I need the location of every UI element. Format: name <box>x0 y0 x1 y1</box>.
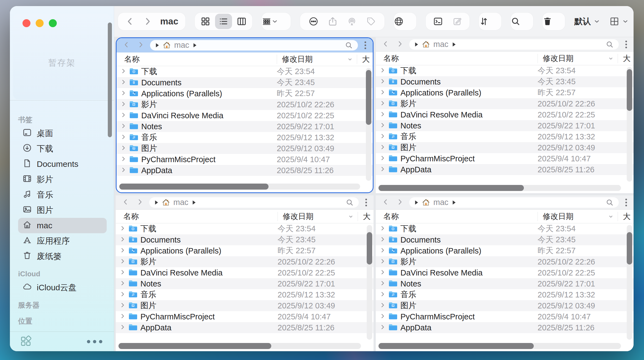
h-scroll-track[interactable] <box>119 184 360 190</box>
pane-menu-icon[interactable] <box>363 41 367 49</box>
compose-icon[interactable] <box>448 13 467 30</box>
zoom-button[interactable] <box>49 19 57 27</box>
table-row[interactable]: 下载今天 23:54 <box>116 223 374 234</box>
disclosure-chevron-icon[interactable] <box>380 89 386 96</box>
table-row[interactable]: DaVinci Resolve Media2025/10/2 22:25 <box>116 267 374 278</box>
table-row[interactable]: DaVinci Resolve Media2025/10/2 22:25 <box>117 110 373 121</box>
table-row[interactable]: Documents今天 23:45 <box>116 234 374 245</box>
forward-icon[interactable] <box>143 16 152 26</box>
table-row[interactable]: PyCharmMiscProject2025/9/4 10:47 <box>116 311 374 322</box>
path-expand-icon[interactable] <box>414 200 419 205</box>
layout-selector[interactable] <box>609 16 629 26</box>
h-scroll-track[interactable] <box>118 343 361 349</box>
disclosure-chevron-icon[interactable] <box>120 145 126 152</box>
disclosure-chevron-icon[interactable] <box>120 123 126 130</box>
disclosure-chevron-icon[interactable] <box>380 225 386 232</box>
table-row[interactable]: PyCharmMiscProject2025/9/4 10:47 <box>117 154 373 165</box>
pane-menu-icon[interactable] <box>624 199 628 206</box>
pane-menu-icon[interactable] <box>624 41 628 48</box>
sidebar-item-Documents[interactable]: Documents <box>18 156 107 172</box>
column-size[interactable]: 大 <box>618 54 634 63</box>
sidebar-item-下载[interactable]: 下载 <box>18 141 107 156</box>
disclosure-chevron-icon[interactable] <box>120 302 126 309</box>
disclosure-chevron-icon[interactable] <box>380 302 386 309</box>
disclosure-chevron-icon[interactable] <box>120 68 126 75</box>
h-scroll-thumb[interactable] <box>379 185 524 191</box>
disclosure-chevron-icon[interactable] <box>120 112 126 119</box>
close-button[interactable] <box>22 19 30 27</box>
path-crumb[interactable]: mac <box>173 198 188 207</box>
column-name[interactable]: 名称 <box>117 54 277 64</box>
column-size[interactable]: 大 <box>358 212 374 221</box>
disclosure-chevron-icon[interactable] <box>120 101 126 108</box>
table-row[interactable]: 下载今天 23:54 <box>376 65 634 76</box>
pane-back-icon[interactable] <box>382 198 389 207</box>
path-expand-icon[interactable] <box>155 43 159 48</box>
search-button[interactable] <box>511 13 533 30</box>
table-row[interactable]: Applications (Parallels)昨天 22:57 <box>376 87 634 98</box>
disclosure-chevron-icon[interactable] <box>120 156 126 163</box>
table-row[interactable]: 音乐2025/9/12 13:32 <box>117 132 373 143</box>
sort-button[interactable] <box>479 13 501 30</box>
table-row[interactable]: 下载今天 23:54 <box>117 66 373 77</box>
disclosure-chevron-icon[interactable] <box>120 291 126 298</box>
table-row[interactable]: DaVinci Resolve Media2025/10/2 22:25 <box>376 109 634 120</box>
disclosure-chevron-icon[interactable] <box>380 166 386 173</box>
disclosure-chevron-icon[interactable] <box>380 258 386 265</box>
disclosure-chevron-icon[interactable] <box>380 100 386 107</box>
disclosure-chevron-icon[interactable] <box>380 67 386 74</box>
column-view-icon[interactable] <box>233 14 250 29</box>
table-row[interactable]: AppData2025/8/25 11:26 <box>376 322 634 333</box>
column-name[interactable]: 名称 <box>376 211 538 222</box>
table-row[interactable]: 音乐2025/9/12 13:32 <box>376 289 634 300</box>
table-row[interactable]: Documents今天 23:45 <box>376 76 634 87</box>
sidebar-item-影片[interactable]: 影片 <box>18 172 107 187</box>
network-button[interactable] <box>394 13 416 30</box>
column-name[interactable]: 名称 <box>116 211 278 222</box>
table-row[interactable]: 影片2025/10/2 22:26 <box>117 99 373 110</box>
sidebar-scrollbar[interactable] <box>108 22 112 137</box>
table-row[interactable]: 图片2025/9/12 03:49 <box>117 143 373 154</box>
back-icon[interactable] <box>125 16 135 26</box>
more-circle-icon[interactable] <box>304 13 323 30</box>
path-expand-icon[interactable] <box>414 42 419 47</box>
path-crumb[interactable]: mac <box>433 40 448 49</box>
table-row[interactable]: Notes2025/9/22 17:01 <box>117 121 373 132</box>
pane-forward-icon[interactable] <box>396 40 404 49</box>
path-expand-icon[interactable] <box>154 200 159 205</box>
table-row[interactable]: AppData2025/8/25 11:26 <box>117 165 373 176</box>
disclosure-chevron-icon[interactable] <box>120 225 126 232</box>
disclosure-chevron-icon[interactable] <box>120 313 126 320</box>
sidebar-item-图片[interactable]: 图片 <box>18 203 107 218</box>
pane-menu-icon[interactable] <box>364 199 368 206</box>
disclosure-chevron-icon[interactable] <box>380 133 386 140</box>
table-row[interactable]: 音乐2025/9/12 13:32 <box>376 131 634 142</box>
v-scroll-thumb[interactable] <box>627 232 632 265</box>
table-row[interactable]: 影片2025/10/2 22:26 <box>376 98 634 109</box>
sidebar-item-mac[interactable]: mac <box>18 218 107 233</box>
pane-search-icon[interactable] <box>606 40 614 49</box>
sidebar-more-icon[interactable] <box>87 340 102 343</box>
tag-icon[interactable] <box>361 13 381 30</box>
disclosure-chevron-icon[interactable] <box>380 78 386 85</box>
sidebar-item-桌面[interactable]: 桌面 <box>18 126 107 141</box>
v-scroll-thumb[interactable] <box>367 232 372 265</box>
h-scroll-track[interactable] <box>379 185 621 191</box>
disclosure-chevron-icon[interactable] <box>380 236 386 243</box>
share-icon[interactable] <box>323 13 342 30</box>
disclosure-chevron-icon[interactable] <box>120 269 126 276</box>
trash-button[interactable] <box>543 13 565 30</box>
group-by-button[interactable] <box>262 13 291 30</box>
column-date[interactable]: 修改日期 <box>538 212 618 221</box>
table-row[interactable]: Documents今天 23:45 <box>376 234 634 245</box>
table-row[interactable]: PyCharmMiscProject2025/9/4 10:47 <box>376 153 634 164</box>
pane-forward-icon[interactable] <box>396 198 404 207</box>
pane-forward-icon[interactable] <box>136 198 144 207</box>
shelf-grid-icon[interactable] <box>20 336 31 348</box>
profile-selector[interactable]: 默认 <box>574 16 600 27</box>
sidebar-item-应用程序[interactable]: 应用程序 <box>18 233 107 249</box>
table-row[interactable]: 影片2025/10/2 22:26 <box>376 256 634 267</box>
column-size[interactable]: 大 <box>618 212 634 221</box>
h-scroll-track[interactable] <box>379 343 621 349</box>
table-row[interactable]: 图片2025/9/12 03:49 <box>376 300 634 311</box>
